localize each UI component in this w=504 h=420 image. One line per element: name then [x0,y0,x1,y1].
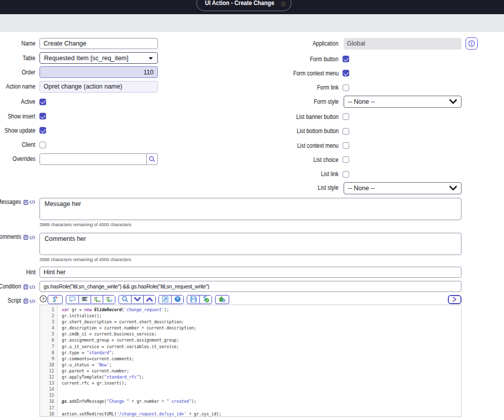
messages-textarea[interactable]: Message her [39,198,461,220]
table-select[interactable]: Requested Item [sc_req_item] [39,52,158,64]
code-line: action.setRedirectURL('/change_request.d… [62,411,461,417]
debug-button[interactable] [216,296,228,303]
list-bottom-button-label: List bottom button [297,128,339,135]
script-help-button[interactable]: ? [39,295,47,303]
list-bottom-button-checkbox[interactable] [343,128,349,135]
save-script-button[interactable] [187,296,199,303]
show-update-checkbox[interactable] [39,127,46,134]
ui-action-form-page: UI Action - Create Change ☆ Name Table R… [0,0,504,420]
disk-icon [23,200,28,205]
code-line: gr.initialize(); [62,313,461,319]
expand-toolbar-group [448,295,461,304]
window-button-group: ? [158,295,184,304]
form-link-label: Form link [317,84,339,91]
syntax-ok-button[interactable] [199,296,212,303]
line-number: 18 [40,411,54,417]
show-insert-checkbox[interactable] [39,113,46,119]
action-name-input[interactable] [39,81,158,93]
script-help-globe-button[interactable]: ? [171,296,183,303]
list-banner-button-checkbox[interactable] [343,113,349,120]
code-line: gr.comments=current.comments; [62,356,461,362]
open-in-window-button[interactable] [159,296,171,303]
messages-counter: 3989 characters remaining of 4000 charac… [39,222,131,227]
line-number: 4 [40,325,54,331]
replace-button[interactable]: ab ac [91,296,103,303]
code-line [62,405,461,411]
order-input[interactable] [39,66,158,78]
active-checkbox[interactable] [39,99,46,105]
line-number: 7 [40,344,54,350]
code-line [62,392,461,398]
form-context-menu-label: Form context menu [293,70,339,77]
list-link-label: List link [321,171,339,178]
help-globe-icon: ? [174,296,181,303]
list-context-menu-checkbox[interactable] [343,142,349,149]
replace-all-button[interactable]: ab [103,296,115,303]
toggle-comment-button[interactable] [66,296,78,303]
record-title: UI Action - Create Change [205,0,274,7]
list-context-menu-label: List context menu [297,142,339,149]
overrides-lookup-button[interactable] [146,153,158,165]
record-title-tab[interactable]: UI Action - Create Change ☆ [196,0,291,11]
syntax-check-button-group [48,295,63,304]
code-line: var gr = new GlideRecord('change_request… [62,307,461,313]
form-link-checkbox[interactable] [343,85,349,91]
hint-input[interactable] [39,267,461,278]
find-next-button[interactable] [131,296,143,303]
toggle-comment-icon [69,296,76,302]
disk-icon [23,284,28,289]
form-button-checkbox[interactable] [343,56,349,62]
chevron-down-icon [449,99,457,104]
code-icon[interactable] [29,200,35,204]
overrides-input[interactable] [39,153,147,165]
list-style-select[interactable]: -- None -- [344,182,462,194]
format-code-button[interactable] [78,296,91,303]
list-choice-checkbox[interactable] [343,156,349,163]
format-code-icon [81,296,88,302]
find-previous-button[interactable] [143,296,155,303]
form-toolbar-strip [0,14,504,32]
line-number: 8 [40,350,54,356]
line-number: 13 [40,380,54,386]
replace-icon: ab ac [93,296,101,303]
code-icon[interactable] [29,299,35,304]
table-select-value: Requested Item [sc_req_item] [44,55,129,62]
find-button-group [118,295,156,304]
condition-label-row: Condition [0,283,35,290]
line-number: 2 [40,313,54,319]
name-input[interactable] [39,38,158,49]
syntax-ok-icon [202,296,209,303]
list-style-label: List style [318,184,339,191]
comments-label: Comments [0,233,21,240]
table-label: Table [23,55,35,62]
find-button[interactable] [119,296,131,303]
open-in-window-icon [162,296,169,303]
header-bar: UI Action - Create Change ☆ [0,0,504,14]
line-number: 17 [40,405,54,411]
disk-icon [23,235,28,240]
script-editor-code[interactable]: var gr = new GlideRecord('change_request… [58,305,461,416]
code-line: gr.short_description = current.short_des… [62,319,461,325]
expand-icon [452,297,457,302]
application-info-button[interactable] [466,37,478,50]
list-link-checkbox[interactable] [343,171,349,178]
code-icon[interactable] [29,235,35,240]
code-line: gr.cmdb_ci = current.business_service; [62,331,461,337]
expand-toolbar-button[interactable] [449,296,460,303]
comments-textarea[interactable]: Comments her [39,233,461,255]
favorite-star-icon[interactable]: ☆ [280,0,287,8]
application-label: Application [313,40,339,47]
hint-label: Hint [26,269,35,276]
code-line: gr.description = current.number + curren… [62,325,461,331]
client-checkbox[interactable] [39,142,46,148]
info-circle-icon [468,40,475,47]
form-style-select[interactable]: -- None -- [344,96,462,108]
messages-label-row: Messages [0,198,35,205]
code-line: gs.addInfoMessage("Change " + gr.number … [62,398,461,404]
condition-input[interactable] [39,281,461,292]
form-context-menu-checkbox[interactable] [343,70,349,76]
code-icon[interactable] [29,285,35,289]
syntax-check-button[interactable] [48,296,62,303]
line-number: 5 [40,331,54,337]
code-line: current.rfc = gr.insert(); [62,380,461,386]
